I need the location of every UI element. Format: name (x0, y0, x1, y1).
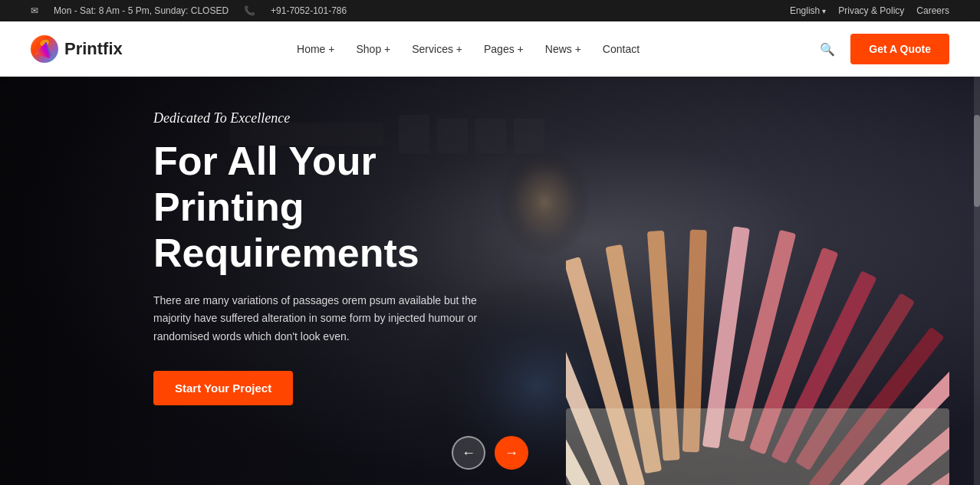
color-swatches (566, 163, 949, 485)
phone-number: +91-7052-101-786 (271, 5, 347, 16)
chevron-down-icon: ▾ (822, 7, 826, 15)
hero-subtitle: Dedicated To Excellence (153, 110, 521, 126)
careers-link[interactable]: Careers (916, 5, 949, 16)
swatches-svg (566, 163, 949, 485)
nav-item-home[interactable]: Home + (288, 37, 344, 61)
email-icon: ✉ (31, 5, 38, 16)
nav-item-pages[interactable]: Pages + (475, 37, 533, 61)
search-icon[interactable]: 🔍 (814, 36, 841, 63)
get-quote-button[interactable]: Get A Quote (850, 34, 949, 64)
nav-item-news[interactable]: News + (536, 37, 590, 61)
hero-description: There are many variations of passages or… (153, 292, 491, 346)
top-bar-right: English ▾ Privacy & Policy Careers (790, 5, 949, 16)
logo-svg (31, 35, 58, 63)
svg-rect-30 (566, 408, 949, 485)
scrollbar-thumb (974, 115, 980, 207)
language-selector[interactable]: English ▾ (790, 5, 826, 16)
hero-prev-button[interactable]: ← (452, 436, 485, 470)
nav-item-contact[interactable]: Contact (594, 37, 649, 61)
navbar: Printfix Home + Shop + Services + Pages … (0, 21, 980, 77)
hero-navigation: ← → (452, 436, 528, 470)
phone-icon: 📞 (244, 5, 255, 16)
language-label: English (790, 5, 820, 16)
logo[interactable]: Printfix (31, 35, 123, 63)
hero-next-button[interactable]: → (495, 436, 528, 470)
nav-item-services[interactable]: Services + (403, 37, 472, 61)
start-project-button[interactable]: Start Your Project (153, 371, 293, 405)
business-hours: Mon - Sat: 8 Am - 5 Pm, Sunday: CLOSED (54, 5, 229, 16)
top-bar-left: ✉ Mon - Sat: 8 Am - 5 Pm, Sunday: CLOSED… (31, 5, 347, 16)
nav-menu: Home + Shop + Services + Pages + News + … (288, 37, 649, 61)
scrollbar-track[interactable] (974, 77, 980, 485)
hero-content: Dedicated To Excellence For All Your Pri… (0, 77, 521, 439)
svg-point-1 (39, 38, 50, 48)
hero-section: Dedicated To Excellence For All Your Pri… (0, 77, 980, 485)
top-bar: ✉ Mon - Sat: 8 Am - 5 Pm, Sunday: CLOSED… (0, 0, 980, 21)
logo-text: Printfix (64, 39, 123, 59)
nav-right: 🔍 Get A Quote (814, 34, 949, 64)
hero-title: For All Your Printing Requirements (153, 139, 521, 276)
nav-item-shop[interactable]: Shop + (347, 37, 400, 61)
logo-icon (31, 35, 58, 63)
privacy-policy-link[interactable]: Privacy & Policy (838, 5, 904, 16)
